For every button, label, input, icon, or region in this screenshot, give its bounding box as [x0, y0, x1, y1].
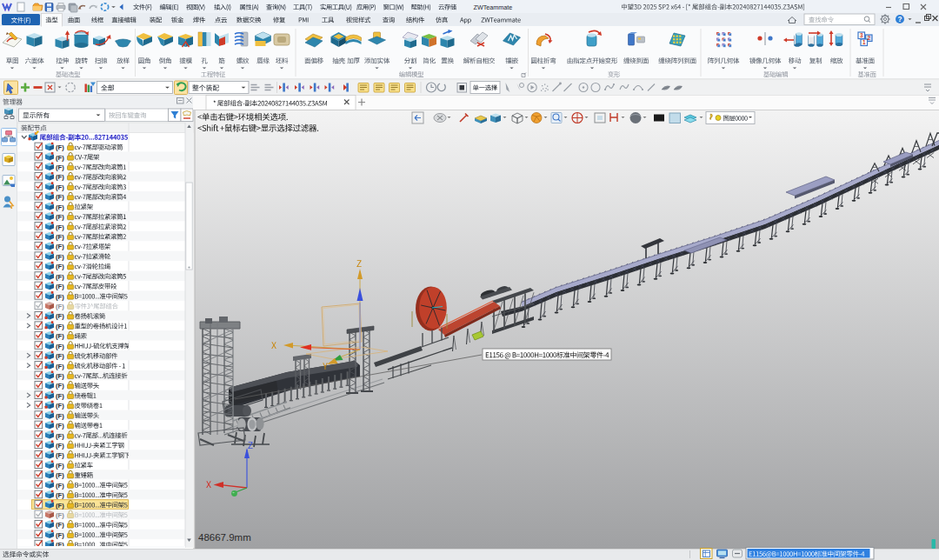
svg-text:(F): (F)	[56, 382, 64, 390]
svg-text:(F): (F)	[56, 163, 64, 171]
svg-text:(F): (F)	[56, 332, 64, 340]
svg-text:(F): (F)	[56, 372, 64, 380]
svg-text:(F): (F)	[56, 283, 64, 290]
svg-text:(F): (F)	[56, 412, 64, 420]
svg-text:(F): (F)	[56, 521, 64, 529]
svg-text:?: ?	[897, 16, 902, 23]
svg-text:1: 1	[862, 39, 866, 45]
svg-text:(F): (F)	[56, 193, 64, 201]
svg-text:(F): (F)	[56, 392, 64, 400]
svg-text:(F): (F)	[56, 183, 64, 191]
svg-text:(F): (F)	[56, 471, 64, 479]
svg-text:(F): (F)	[56, 352, 64, 360]
svg-text:3: 3	[860, 32, 863, 38]
svg-text:(F): (F)	[56, 303, 64, 310]
svg-text:(F): (F)	[56, 451, 64, 459]
svg-text:(F): (F)	[56, 203, 64, 211]
svg-text:48667.9mm: 48667.9mm	[198, 532, 251, 543]
svg-text:(F): (F)	[56, 253, 64, 261]
svg-text:(F): (F)	[56, 154, 64, 162]
svg-text:(F): (F)	[56, 402, 64, 410]
svg-text:(F): (F)	[56, 273, 64, 281]
svg-text:(F): (F)	[56, 363, 64, 370]
svg-text:(F): (F)	[56, 442, 64, 450]
svg-text:(F): (F)	[56, 531, 64, 539]
svg-text:(F): (F)	[56, 263, 64, 270]
svg-text:(F): (F)	[56, 432, 64, 440]
svg-text:(F): (F)	[56, 173, 64, 181]
svg-text:(F): (F)	[56, 502, 64, 510]
svg-text:(F): (F)	[56, 323, 64, 330]
svg-text:(F): (F)	[56, 491, 64, 499]
svg-text:(F): (F)	[56, 233, 64, 241]
svg-text:(F): (F)	[56, 143, 64, 151]
svg-text:(F): (F)	[56, 343, 64, 350]
svg-text:2: 2	[867, 35, 870, 41]
svg-text:(F): (F)	[56, 482, 64, 490]
svg-text:ZWTeammate: ZWTeammate	[474, 3, 513, 11]
svg-text:(F): (F)	[56, 293, 64, 301]
svg-text:(F): (F)	[56, 243, 64, 250]
svg-text:(F): (F)	[56, 422, 64, 430]
svg-text:(F): (F)	[56, 213, 64, 221]
svg-text:(F): (F)	[56, 312, 64, 320]
svg-text:(F): (F)	[56, 462, 64, 470]
svg-text:(F): (F)	[56, 223, 64, 231]
svg-text:(F): (F)	[56, 511, 64, 519]
